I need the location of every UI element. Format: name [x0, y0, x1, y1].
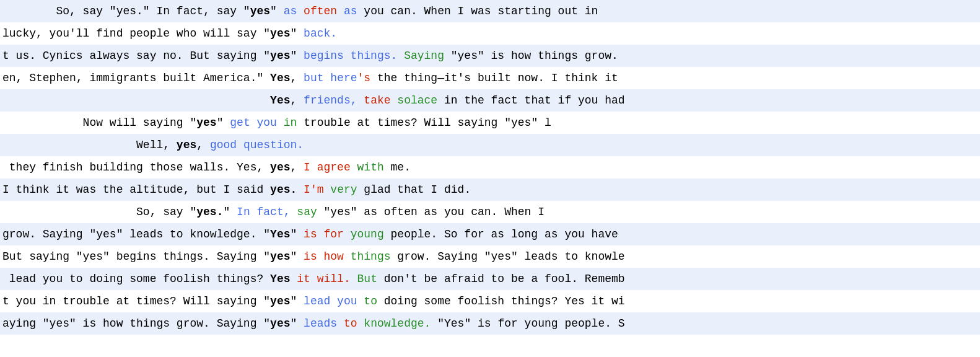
text-segment: yes	[270, 317, 290, 330]
text-segment: but here	[304, 72, 357, 84]
text-segment: with	[357, 161, 384, 174]
text-segment: it will.	[297, 273, 350, 285]
text-segment: you can. When I was starting out in	[357, 5, 598, 17]
text-segment: is for	[304, 228, 344, 240]
text-segment	[290, 273, 297, 285]
text-segment: Yes	[270, 228, 290, 240]
text-segment	[337, 5, 344, 17]
text-segment: "yes" is how things grow.	[444, 50, 618, 62]
text-segment: en, Stephen, immigrants built America."	[2, 72, 270, 84]
text-segment: friends,	[304, 94, 357, 107]
text-segment: ,	[290, 94, 304, 107]
text-line-13: lead you to doing some foolish things? Y…	[0, 268, 980, 290]
text-segment: Saying	[404, 50, 444, 62]
text-segment	[324, 183, 331, 196]
text-segment: yes	[270, 27, 290, 40]
text-segment	[357, 295, 364, 307]
text-segment: So, say "	[2, 206, 196, 218]
text-line-7: Well, yes, good question.	[0, 134, 980, 156]
text-segment: Now will saying "	[2, 117, 196, 129]
text-segment	[291, 206, 297, 218]
text-segment: "yes" as often as you can. When I	[317, 206, 545, 218]
text-segment: leads	[304, 317, 337, 330]
text-segment	[337, 317, 344, 330]
text-segment: they finish building those walls. Yes,	[2, 161, 270, 174]
text-segment	[344, 250, 351, 263]
text-segment: say	[297, 206, 317, 218]
text-segment: young	[351, 228, 384, 240]
text-segment: Well,	[2, 139, 177, 151]
text-segment: ,	[290, 72, 304, 84]
text-segment: I think it was the altitude, but I said	[2, 183, 270, 196]
text-segment: Yes	[270, 94, 290, 107]
text-segment: people. So for as long as you have	[384, 228, 618, 240]
text-segment: is how	[304, 250, 344, 263]
text-segment: me.	[384, 161, 411, 174]
text-segment: "	[217, 117, 230, 129]
text-line-1: So, say "yes." In fact, say "yes" as oft…	[0, 0, 980, 22]
text-segment: yes	[270, 295, 290, 307]
text-segment: ,	[196, 139, 210, 151]
text-segment: "	[290, 317, 304, 330]
text-line-12: But saying "yes" begins things. Saying "…	[0, 245, 980, 268]
text-segment: take	[364, 94, 390, 107]
text-line-14: t you in trouble at times? Will saying "…	[0, 290, 980, 312]
text-line-11: grow. Saying "yes" leads to knowledge. "…	[0, 223, 980, 245]
text-segment	[357, 94, 364, 107]
text-segment: knowledge.	[364, 317, 431, 330]
text-segment: yes	[270, 50, 290, 62]
text-segment: yes.	[196, 206, 223, 218]
text-segment: But saying "yes" begins things. Saying "	[2, 250, 270, 263]
text-segment: to	[344, 317, 357, 330]
text-segment: don't be afraid to be a fool. Rememb	[377, 273, 625, 285]
text-segment: grow. Saying "yes" leads to knowle	[391, 250, 625, 263]
text-segment: in	[284, 117, 297, 129]
text-segment: solace	[397, 94, 437, 107]
text-segment: back.	[304, 27, 337, 40]
text-segment: yes	[270, 250, 290, 263]
text-segment: "	[290, 27, 304, 40]
text-segment: 's	[357, 72, 371, 84]
text-segment: But	[357, 273, 377, 285]
text-segment: good question.	[210, 139, 304, 151]
text-line-2: lucky, you'll find people who will say "…	[0, 22, 980, 45]
text-segment: yes	[250, 5, 270, 17]
text-line-9: I think it was the altitude, but I said …	[0, 178, 980, 201]
text-segment	[351, 273, 357, 285]
text-segment: things	[351, 250, 391, 263]
text-segment: doing some foolish things? Yes it wi	[377, 295, 625, 307]
text-segment: yes	[270, 161, 290, 174]
text-segment: grow. Saying "yes" leads to knowledge. "	[2, 228, 270, 240]
text-line-5: Yes, friends, take solace in the fact th…	[0, 89, 980, 112]
text-segment: in the fact that if you had	[437, 94, 624, 107]
text-segment: I'm	[304, 183, 323, 196]
text-segment: "	[223, 206, 237, 218]
text-segment: lead you	[304, 295, 357, 307]
text-segment	[397, 50, 404, 62]
text-segment: very	[330, 183, 357, 196]
text-line-6: Now will saying "yes" get you in trouble…	[0, 112, 980, 134]
text-segment	[351, 161, 357, 174]
text-segment: as	[284, 5, 297, 17]
text-segment: Yes	[270, 273, 290, 285]
text-segment: ,	[290, 161, 304, 174]
text-segment	[344, 228, 351, 240]
text-segment	[357, 317, 364, 330]
text-segment: aying "yes" is how things grow. Saying "	[2, 317, 270, 330]
text-line-3: t us. Cynics always say no. But saying "…	[0, 45, 980, 67]
text-segment: glad that I did.	[357, 183, 471, 196]
text-line-4: en, Stephen, immigrants built America." …	[0, 67, 980, 89]
text-segment: Yes	[270, 72, 290, 84]
text-segment: as	[344, 5, 357, 17]
text-segment: get you	[230, 117, 277, 129]
text-segment: yes	[177, 139, 196, 151]
text-segment	[391, 94, 398, 107]
text-segment: So, say "yes." In fact, say "	[2, 5, 250, 17]
text-segment: "Yes" is for young people. S	[431, 317, 624, 330]
text-segment	[277, 117, 284, 129]
text-segment: "	[290, 228, 304, 240]
text-line-10: So, say "yes." In fact, say "yes" as oft…	[0, 201, 980, 223]
text-display: So, say "yes." In fact, say "yes" as oft…	[0, 0, 980, 357]
text-line-15: aying "yes" is how things grow. Saying "…	[0, 312, 980, 335]
text-segment: to	[364, 295, 377, 307]
